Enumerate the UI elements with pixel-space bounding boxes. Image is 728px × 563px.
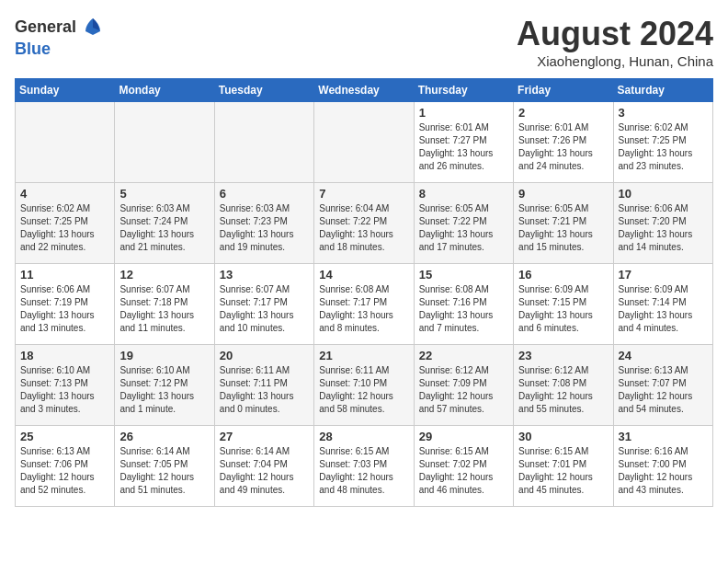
calendar-cell: 3 Sunrise: 6:02 AMSunset: 7:25 PMDayligh… — [613, 102, 712, 183]
calendar-cell: 20 Sunrise: 6:11 AMSunset: 7:11 PMDaylig… — [214, 345, 313, 426]
calendar-cell — [314, 102, 414, 183]
day-info: Sunrise: 6:08 AMSunset: 7:16 PMDaylight:… — [419, 283, 508, 335]
day-number: 31 — [619, 430, 708, 443]
calendar-cell: 9 Sunrise: 6:05 AMSunset: 7:21 PMDayligh… — [514, 183, 613, 264]
day-info: Sunrise: 6:03 AMSunset: 7:24 PMDaylight:… — [119, 202, 209, 254]
day-number: 23 — [518, 349, 608, 362]
day-number: 4 — [20, 187, 109, 201]
calendar-cell: 11 Sunrise: 6:06 AMSunset: 7:19 PMDaylig… — [16, 264, 115, 345]
day-info: Sunrise: 6:09 AMSunset: 7:15 PMDaylight:… — [518, 283, 608, 335]
logo: General Blue — [15, 15, 106, 59]
day-info: Sunrise: 6:16 AMSunset: 7:00 PMDaylight:… — [619, 445, 708, 497]
logo-general: General — [15, 18, 76, 37]
day-info: Sunrise: 6:05 AMSunset: 7:22 PMDaylight:… — [419, 202, 508, 254]
day-number: 5 — [119, 187, 209, 201]
day-number: 19 — [119, 349, 209, 362]
calendar-week-1: 1 Sunrise: 6:01 AMSunset: 7:27 PMDayligh… — [16, 102, 713, 183]
calendar-cell: 5 Sunrise: 6:03 AMSunset: 7:24 PMDayligh… — [115, 183, 214, 264]
calendar-cell: 19 Sunrise: 6:10 AMSunset: 7:12 PMDaylig… — [115, 345, 214, 426]
day-number: 14 — [319, 268, 408, 282]
calendar-cell: 1 Sunrise: 6:01 AMSunset: 7:27 PMDayligh… — [414, 102, 513, 183]
day-info: Sunrise: 6:12 AMSunset: 7:08 PMDaylight:… — [518, 364, 608, 416]
day-number: 25 — [20, 430, 109, 443]
calendar-cell: 25 Sunrise: 6:13 AMSunset: 7:06 PMDaylig… — [16, 426, 115, 507]
day-info: Sunrise: 6:10 AMSunset: 7:12 PMDaylight:… — [119, 364, 209, 416]
day-number: 1 — [419, 106, 508, 120]
calendar-cell — [16, 102, 115, 183]
weekday-header-saturday: Saturday — [613, 79, 712, 102]
calendar-cell: 18 Sunrise: 6:10 AMSunset: 7:13 PMDaylig… — [16, 345, 115, 426]
day-info: Sunrise: 6:14 AMSunset: 7:04 PMDaylight:… — [220, 445, 309, 497]
day-number: 16 — [518, 268, 608, 282]
calendar-cell: 30 Sunrise: 6:15 AMSunset: 7:01 PMDaylig… — [514, 426, 613, 507]
calendar-cell: 26 Sunrise: 6:14 AMSunset: 7:05 PMDaylig… — [115, 426, 214, 507]
day-info: Sunrise: 6:06 AMSunset: 7:20 PMDaylight:… — [619, 202, 708, 254]
calendar-week-4: 18 Sunrise: 6:10 AMSunset: 7:13 PMDaylig… — [16, 345, 713, 426]
logo-icon — [80, 15, 106, 40]
day-info: Sunrise: 6:15 AMSunset: 7:02 PMDaylight:… — [419, 445, 508, 497]
calendar-cell: 17 Sunrise: 6:09 AMSunset: 7:14 PMDaylig… — [613, 264, 712, 345]
weekday-header-monday: Monday — [115, 79, 214, 102]
calendar-cell: 23 Sunrise: 6:12 AMSunset: 7:08 PMDaylig… — [514, 345, 613, 426]
day-number: 3 — [619, 106, 708, 120]
day-info: Sunrise: 6:15 AMSunset: 7:01 PMDaylight:… — [518, 445, 608, 497]
calendar-cell: 24 Sunrise: 6:13 AMSunset: 7:07 PMDaylig… — [613, 345, 712, 426]
calendar-cell: 31 Sunrise: 6:16 AMSunset: 7:00 PMDaylig… — [613, 426, 712, 507]
day-number: 7 — [319, 187, 408, 201]
day-number: 6 — [220, 187, 309, 201]
day-number: 15 — [419, 268, 508, 282]
day-info: Sunrise: 6:07 AMSunset: 7:17 PMDaylight:… — [220, 283, 309, 335]
calendar-cell: 22 Sunrise: 6:12 AMSunset: 7:09 PMDaylig… — [414, 345, 513, 426]
calendar-cell: 12 Sunrise: 6:07 AMSunset: 7:18 PMDaylig… — [115, 264, 214, 345]
weekday-header-sunday: Sunday — [16, 79, 115, 102]
calendar-cell: 10 Sunrise: 6:06 AMSunset: 7:20 PMDaylig… — [613, 183, 712, 264]
calendar-cell: 2 Sunrise: 6:01 AMSunset: 7:26 PMDayligh… — [514, 102, 613, 183]
title-block: August 2024 Xiaohenglong, Hunan, China — [517, 15, 713, 69]
day-number: 18 — [20, 349, 109, 362]
calendar-week-5: 25 Sunrise: 6:13 AMSunset: 7:06 PMDaylig… — [16, 426, 713, 507]
day-info: Sunrise: 6:02 AMSunset: 7:25 PMDaylight:… — [619, 121, 708, 173]
calendar-week-3: 11 Sunrise: 6:06 AMSunset: 7:19 PMDaylig… — [16, 264, 713, 345]
day-info: Sunrise: 6:10 AMSunset: 7:13 PMDaylight:… — [20, 364, 109, 416]
day-info: Sunrise: 6:07 AMSunset: 7:18 PMDaylight:… — [119, 283, 209, 335]
calendar-cell: 14 Sunrise: 6:08 AMSunset: 7:17 PMDaylig… — [314, 264, 414, 345]
calendar-cell: 8 Sunrise: 6:05 AMSunset: 7:22 PMDayligh… — [414, 183, 513, 264]
day-info: Sunrise: 6:11 AMSunset: 7:11 PMDaylight:… — [220, 364, 309, 416]
day-number: 28 — [319, 430, 408, 443]
calendar-cell: 15 Sunrise: 6:08 AMSunset: 7:16 PMDaylig… — [414, 264, 513, 345]
calendar-cell — [214, 102, 313, 183]
day-info: Sunrise: 6:13 AMSunset: 7:06 PMDaylight:… — [20, 445, 109, 497]
calendar-cell: 13 Sunrise: 6:07 AMSunset: 7:17 PMDaylig… — [214, 264, 313, 345]
calendar-cell: 29 Sunrise: 6:15 AMSunset: 7:02 PMDaylig… — [414, 426, 513, 507]
calendar-table: SundayMondayTuesdayWednesdayThursdayFrid… — [15, 78, 713, 507]
weekday-header-friday: Friday — [514, 79, 613, 102]
weekday-header-tuesday: Tuesday — [214, 79, 313, 102]
day-number: 12 — [119, 268, 209, 282]
calendar-cell: 7 Sunrise: 6:04 AMSunset: 7:22 PMDayligh… — [314, 183, 414, 264]
calendar-week-2: 4 Sunrise: 6:02 AMSunset: 7:25 PMDayligh… — [16, 183, 713, 264]
month-title: August 2024 — [517, 15, 713, 53]
calendar-cell: 27 Sunrise: 6:14 AMSunset: 7:04 PMDaylig… — [214, 426, 313, 507]
calendar-cell: 21 Sunrise: 6:11 AMSunset: 7:10 PMDaylig… — [314, 345, 414, 426]
day-number: 22 — [419, 349, 508, 362]
weekday-header-wednesday: Wednesday — [314, 79, 414, 102]
day-info: Sunrise: 6:14 AMSunset: 7:05 PMDaylight:… — [119, 445, 209, 497]
weekday-header-row: SundayMondayTuesdayWednesdayThursdayFrid… — [16, 79, 713, 102]
day-number: 20 — [220, 349, 309, 362]
weekday-header-thursday: Thursday — [414, 79, 513, 102]
day-info: Sunrise: 6:04 AMSunset: 7:22 PMDaylight:… — [319, 202, 408, 254]
day-number: 30 — [518, 430, 608, 443]
day-number: 9 — [518, 187, 608, 201]
day-info: Sunrise: 6:08 AMSunset: 7:17 PMDaylight:… — [319, 283, 408, 335]
day-info: Sunrise: 6:01 AMSunset: 7:27 PMDaylight:… — [419, 121, 508, 173]
day-number: 13 — [220, 268, 309, 282]
day-info: Sunrise: 6:11 AMSunset: 7:10 PMDaylight:… — [319, 364, 408, 416]
calendar-cell — [115, 102, 214, 183]
day-info: Sunrise: 6:06 AMSunset: 7:19 PMDaylight:… — [20, 283, 109, 335]
day-number: 10 — [619, 187, 708, 201]
day-number: 11 — [20, 268, 109, 282]
calendar-cell: 4 Sunrise: 6:02 AMSunset: 7:25 PMDayligh… — [16, 183, 115, 264]
day-info: Sunrise: 6:02 AMSunset: 7:25 PMDaylight:… — [20, 202, 109, 254]
day-info: Sunrise: 6:01 AMSunset: 7:26 PMDaylight:… — [518, 121, 608, 173]
day-info: Sunrise: 6:13 AMSunset: 7:07 PMDaylight:… — [619, 364, 708, 416]
